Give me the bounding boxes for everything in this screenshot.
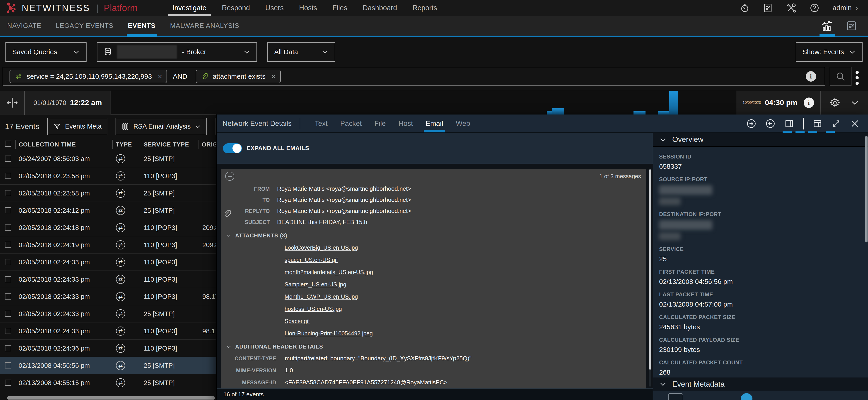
attachment-link[interactable]: hostess_US.en-US.jpg (285, 306, 342, 312)
table-row[interactable]: 02/13/2008 04:55:15 pm ⇄ 25 [SMTP] (0, 374, 249, 391)
top-nav-item[interactable]: Reports (405, 0, 445, 16)
query-filter-bar[interactable]: service = 24,25,109,110,995,143,220,993 … (3, 67, 825, 86)
stopwatch-icon[interactable] (740, 3, 750, 13)
attachment-link[interactable]: month2mailerdetails_US.en-US.jpg (285, 269, 373, 276)
table-row[interactable]: 02/05/2018 02:24:36 pm ⇄ 110 [POP3] (0, 340, 249, 357)
sub-nav-tab[interactable]: MALWARE ANALYSIS (163, 16, 247, 36)
detail-tab[interactable]: Web (450, 115, 476, 133)
remove-filter-icon[interactable]: × (158, 72, 162, 81)
user-menu[interactable]: admin › (833, 3, 858, 13)
query-more-menu-icon[interactable] (856, 71, 859, 85)
timeline-histogram[interactable] (111, 91, 736, 115)
table-row[interactable]: 02/05/2018 02:24:19 pm ⇄ 110 [POP3] 209.… (0, 236, 249, 254)
next-event-icon[interactable] (746, 119, 756, 128)
gear-icon[interactable] (830, 97, 840, 108)
column-header-service-type[interactable]: SERVICE TYPE (144, 141, 189, 148)
events-table-horizontal-scrollbar[interactable] (7, 396, 215, 400)
table-row[interactable]: 02/05/2018 02:24:33 pm ⇄ 110 [POP3] (0, 254, 249, 271)
row-checkbox[interactable] (5, 276, 11, 282)
top-nav-item[interactable]: Hosts (291, 0, 325, 16)
service-broker-dropdown[interactable]: - Broker (97, 42, 257, 62)
split-view-icon[interactable] (784, 119, 794, 128)
tools-icon[interactable] (786, 3, 797, 13)
table-row[interactable]: 02/13/2008 04:56:56 pm ⇄ 25 [SMTP] (0, 357, 249, 374)
table-row[interactable]: 02/05/2018 02:24:33 pm ⇄ 110 [POP3] 98.1… (0, 288, 249, 305)
row-checkbox[interactable] (5, 311, 11, 317)
time-range-dropdown[interactable]: All Data (267, 42, 335, 62)
attachment-link[interactable]: Samplers_US.en-US.jpg (285, 281, 346, 288)
row-checkbox[interactable] (5, 242, 11, 248)
layout-view-icon[interactable] (813, 119, 822, 128)
column-header-collection-time[interactable]: COLLECTION TIME (19, 141, 76, 148)
row-checkbox[interactable] (5, 225, 11, 231)
table-row[interactable]: 02/05/2018 02:24:18 pm ⇄ 110 [POP3] 209.… (0, 219, 249, 236)
top-nav-item[interactable]: Investigate (165, 0, 214, 16)
events-chart-view-icon[interactable] (821, 16, 833, 36)
top-nav-item[interactable]: Respond (214, 0, 258, 16)
column-group-dropdown[interactable]: RSA Email Analysis (116, 118, 207, 135)
events-meta-button[interactable]: Events Meta (48, 118, 107, 135)
timeline-end[interactable]: 10/09/2023 04:30 pm (736, 91, 820, 115)
metadata-filter-button[interactable] (668, 393, 683, 400)
row-checkbox[interactable] (5, 362, 11, 369)
jobs-icon[interactable] (763, 3, 773, 13)
overview-section-header[interactable]: Overview (653, 133, 868, 147)
sub-nav-tab[interactable]: EVENTS (121, 16, 163, 36)
query-search-button[interactable] (830, 67, 851, 86)
row-checkbox[interactable] (5, 155, 11, 162)
detail-tab[interactable]: Text (308, 115, 334, 133)
event-metadata-section-header[interactable]: Event Metadata (653, 377, 868, 391)
previous-event-icon[interactable] (765, 119, 775, 128)
timeline-start[interactable]: 01/01/1970 12:22 am (25, 91, 110, 115)
table-row[interactable]: 02/05/2018 02:23:58 pm ⇄ 110 [POP3] (0, 167, 249, 184)
row-checkbox[interactable] (5, 379, 11, 386)
help-icon[interactable] (810, 3, 819, 13)
attachment-link[interactable]: Lion-Running-Print-I10054492.jpeg (285, 330, 373, 337)
saved-queries-dropdown[interactable]: Saved Queries (5, 42, 87, 62)
table-row[interactable]: 06/24/2007 08:56:03 am ⇄ 25 [SMTP] (0, 150, 249, 167)
sidebar-scrollbar[interactable] (865, 136, 868, 242)
detail-tab[interactable]: Packet (334, 115, 368, 133)
column-header-type[interactable]: TYPE (116, 141, 132, 148)
additional-headers-section-header[interactable]: ADDITIONAL HEADER DETAILS (226, 344, 646, 350)
table-row[interactable]: 02/05/2018 02:24:33 pm ⇄ 110 [POP3] 98.1… (0, 322, 249, 340)
filter-pill-service[interactable]: service = 24,25,109,110,995,143,220,993 … (9, 69, 167, 83)
attachment-link[interactable]: spacer_US.en-US.gif (285, 257, 338, 263)
select-all-checkbox[interactable] (5, 141, 11, 147)
attachment-link[interactable]: Spacer.gif (285, 318, 310, 324)
row-checkbox[interactable] (5, 345, 11, 351)
table-row[interactable]: 02/05/2018 02:24:33 pm ⇄ 110 [POP3] (0, 271, 249, 288)
top-nav-item[interactable]: Users (258, 0, 291, 16)
collapse-message-icon[interactable] (225, 172, 234, 181)
detail-tab[interactable]: File (368, 115, 392, 133)
metadata-toggle-icon[interactable] (741, 393, 752, 400)
row-checkbox[interactable] (5, 190, 11, 196)
expand-all-emails-toggle[interactable] (223, 143, 242, 153)
close-panel-icon[interactable] (850, 119, 860, 128)
filter-pill-attachment[interactable]: attachment exists × (196, 69, 280, 83)
table-row[interactable]: 02/05/2018 02:24:12 pm ⇄ 25 [SMTP] (0, 202, 249, 219)
row-checkbox[interactable] (5, 328, 11, 334)
timeline-resize-handle[interactable] (0, 91, 25, 115)
netwitness-logo[interactable]: NETWITNESS | Platform (6, 2, 137, 14)
query-info-icon[interactable] (806, 71, 816, 82)
email-scrollbar[interactable] (649, 169, 651, 387)
expand-panel-icon[interactable] (831, 119, 841, 128)
row-checkbox[interactable] (5, 259, 11, 265)
attachment-link[interactable]: LookCoverBig_US.en-US.jpg (285, 245, 358, 251)
detail-tab[interactable]: Host (392, 115, 420, 133)
sub-nav-tab[interactable]: NAVIGATE (0, 16, 49, 36)
top-nav-item[interactable]: Dashboard (355, 0, 405, 16)
attachments-section-header[interactable]: ATTACHMENTS (8) (226, 232, 646, 239)
table-row[interactable]: 02/05/2018 02:23:58 pm ⇄ 25 [SMTP] (0, 184, 249, 202)
timeline-collapse-icon[interactable] (850, 98, 859, 107)
sub-nav-tab[interactable]: LEGACY EVENTS (49, 16, 121, 36)
attachment-link[interactable]: Month1_GWP_US.en-US.jpg (285, 293, 358, 300)
row-checkbox[interactable] (5, 173, 11, 179)
top-nav-item[interactable]: Files (325, 0, 355, 16)
table-row[interactable]: 02/05/2018 02:24:33 pm ⇄ 25 [SMTP] (0, 305, 249, 322)
show-events-dropdown[interactable]: Show: Events (796, 42, 863, 62)
remove-filter-icon[interactable]: × (272, 72, 276, 81)
events-preferences-icon[interactable] (846, 16, 857, 36)
row-checkbox[interactable] (5, 293, 11, 299)
